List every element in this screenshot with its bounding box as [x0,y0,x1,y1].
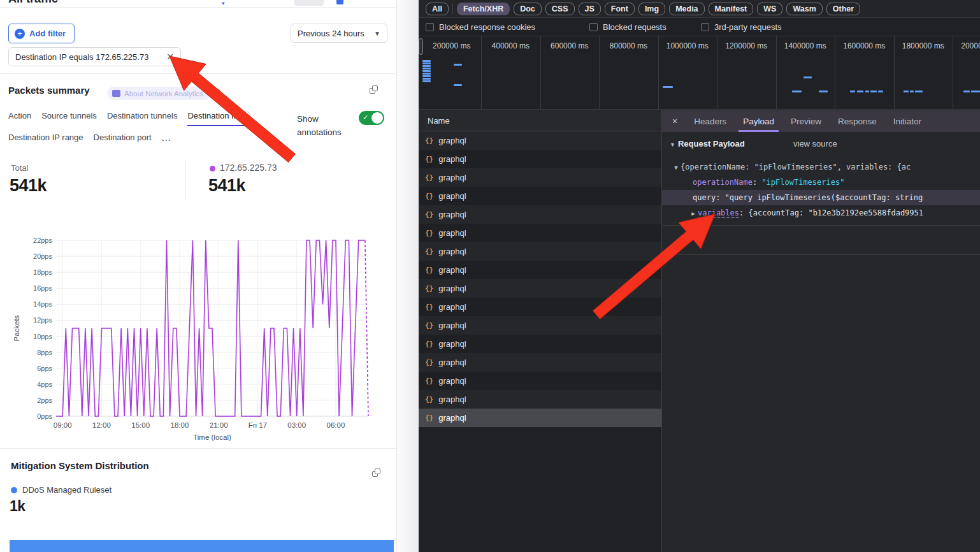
network-request-row[interactable]: {}graphql [419,187,661,205]
json-braces-icon: {} [425,284,433,293]
clipped-blue-icon[interactable] [336,0,343,4]
mitigation-distribution-bar[interactable] [10,540,394,552]
tab-source-tunnels[interactable]: Source tunnels [41,111,97,126]
request-filter-pill-fetch-xhr[interactable]: Fetch/XHR [457,3,510,15]
add-filter-label: Add filter [29,29,66,38]
tab-destination-port[interactable]: Destination port [94,132,152,149]
show-annotations-toggle[interactable]: ✓ [359,111,384,125]
request-filter-pill-other[interactable]: Other [826,3,860,15]
network-request-row[interactable]: {}graphql [419,261,661,279]
checkbox-blocked-requests[interactable]: Blocked requests [589,18,667,36]
expander-icon[interactable]: ▼ [672,160,681,175]
network-request-row[interactable]: {}graphql [419,131,661,150]
info-icon: i [242,112,250,120]
request-filter-pill-font[interactable]: Font [605,3,635,15]
checkbox-blocked-response-cookies[interactable]: Blocked response cookies [426,18,535,36]
request-filter-pill-media[interactable]: Media [669,3,704,15]
about-network-analytics-badge[interactable]: About Network Analytics [107,87,211,100]
payload-tree-row[interactable]: operationName: "ipFlowTimeseries" [662,175,980,190]
svg-text:09:00: 09:00 [54,421,72,429]
checkbox-label: Blocked requests [603,22,667,32]
request-timing-bar [915,91,923,92]
json-braces-icon: {} [425,395,433,403]
json-braces-icon: {} [425,155,433,163]
clipped-button[interactable] [294,0,324,6]
request-payload-header[interactable]: ▼ Request Payload [670,139,745,149]
request-filter-pill-manifest[interactable]: Manifest [709,3,754,15]
payload-tree-row[interactable]: ▼{operationName: "ipFlowTimeseries", var… [662,159,980,175]
timeline-tick-label: 1200000 ms [725,41,767,50]
detail-tab-payload[interactable]: Payload [743,110,774,132]
request-timing-bar [422,68,431,69]
svg-text:14pps: 14pps [33,300,52,308]
expand-card-icon[interactable] [372,468,380,477]
checkbox-3rd-party-requests[interactable]: 3rd-party requests [701,18,782,36]
network-request-row[interactable]: {}graphql [419,372,661,390]
request-name: graphql [438,376,466,386]
svg-text:Packets: Packets [13,315,20,341]
network-request-row[interactable]: {}graphql [419,205,661,224]
network-request-row[interactable]: {}graphql [419,168,661,187]
payload-tree-row[interactable]: ▶variables: {accountTag: "b12e3b2192ee55… [662,205,980,221]
filter-options-bar: Blocked response cookiesBlocked requests… [419,18,980,36]
devtools-network-panel: AllFetch/XHRDocCSSJSFontImgMediaManifest… [419,0,980,552]
network-request-row[interactable]: {}graphql [419,316,661,335]
packets-timeseries-chart[interactable]: 0pps2pps4pps6pps8pps10pps12pps14pps16pps… [0,224,397,444]
page-title: All traffic [8,0,58,6]
time-range-select[interactable]: Previous 24 hours ▼ [291,24,387,43]
network-request-row[interactable]: {}graphql [419,353,661,372]
request-filter-pill-css[interactable]: CSS [545,3,575,15]
view-source-link[interactable]: view source [793,139,837,149]
network-request-row[interactable]: {}graphql [419,279,661,298]
network-request-row[interactable]: {}graphql [419,409,661,427]
tab-action[interactable]: Action [8,111,31,126]
json-braces-icon: {} [425,414,433,422]
add-filter-button[interactable]: + Add filter [8,24,75,43]
network-request-row[interactable]: {}graphql [419,150,661,168]
network-table-header[interactable]: Name [419,110,661,131]
network-request-row[interactable]: {}graphql [419,298,661,316]
svg-text:12:00: 12:00 [92,421,111,429]
remove-filter-icon[interactable]: ✕ [166,52,174,62]
json-braces-icon: {} [425,210,433,219]
expander-icon[interactable]: ▶ [689,206,698,221]
payload-token: "query ipFlowTimeseries($accountTag: str… [725,193,923,202]
tab-destination-ip-range[interactable]: Destination IP range [8,132,83,149]
expand-card-icon[interactable] [370,85,378,94]
payload-tree-row[interactable]: query: "query ipFlowTimeseries($accountT… [662,190,980,205]
timeline-gridline [658,36,659,109]
top-divider [0,7,397,8]
tab-destination-tunnels[interactable]: Destination tunnels [107,111,178,126]
timeline-tick-label: 600000 ms [551,41,588,50]
tab-destination-ip[interactable]: Destination IPi [187,111,250,126]
request-name: graphql [438,228,466,238]
request-name: graphql [438,395,466,404]
request-timing-bar [850,91,855,92]
request-filter-pill-doc[interactable]: Doc [514,3,542,15]
json-braces-icon: {} [425,266,433,274]
detail-tab-response[interactable]: Response [838,110,877,132]
detail-tab-initiator[interactable]: Initiator [893,110,921,132]
request-name: graphql [438,321,466,330]
svg-text:15:00: 15:00 [131,421,150,429]
network-request-row[interactable]: {}graphql [419,242,661,261]
request-filter-pill-all[interactable]: All [426,3,449,15]
request-filter-pill-ws[interactable]: WS [757,3,782,15]
network-overview-timeline[interactable]: 200000 ms400000 ms600000 ms800000 ms1000… [419,36,980,110]
request-filter-pill-js[interactable]: JS [579,3,601,15]
request-filter-pill-wasm[interactable]: Wasm [786,3,822,15]
request-timing-bar [971,91,980,92]
detail-tab-headers[interactable]: Headers [694,110,726,132]
more-tabs-button[interactable]: ... [162,132,172,149]
network-request-row[interactable]: {}graphql [419,390,661,409]
summary-tabs-row2: Destination IP rangeDestination port... [8,132,171,149]
network-request-row[interactable]: {}graphql [419,335,661,353]
checkbox-label: Blocked response cookies [439,22,535,32]
request-filter-pill-img[interactable]: Img [638,3,665,15]
network-request-row[interactable]: {}graphql [419,224,661,242]
filter-chip[interactable]: Destination IP equals 172.65.225.73 ✕ [8,47,181,66]
timeline-scroll-handle[interactable] [419,38,423,55]
analytics-panel: All traffic ▾ + Add filter Previous 24 h… [0,0,397,552]
detail-tab-preview[interactable]: Preview [791,110,821,132]
close-icon[interactable]: × [672,116,677,126]
